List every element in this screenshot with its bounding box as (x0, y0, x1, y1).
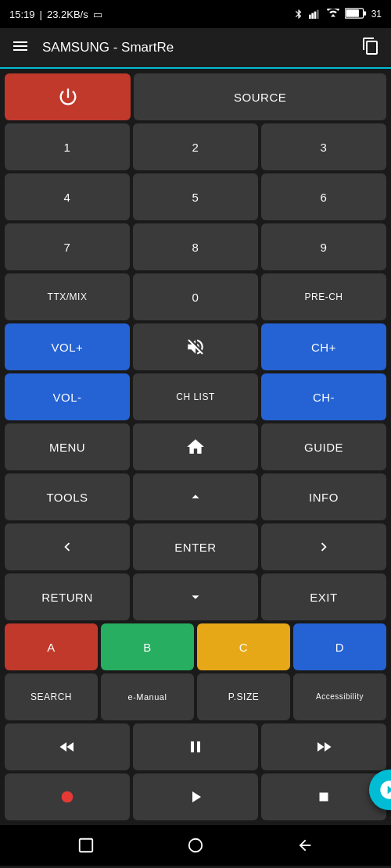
svg-rect-5 (346, 9, 359, 17)
info-button[interactable]: INFO (261, 473, 386, 520)
source-button[interactable]: SOURCE (134, 73, 386, 120)
time: 15:19 (9, 9, 35, 20)
chminus-button[interactable]: CH- (261, 373, 386, 420)
stop-button[interactable] (261, 773, 386, 820)
row-vol-chlist-ch: VOL- CH LIST CH- (5, 373, 386, 420)
row-power-source: SOURCE (5, 73, 386, 120)
svg-point-9 (189, 839, 203, 852)
status-left: 15:19 | 23.2KB/s ▭ (9, 9, 102, 20)
psize-button[interactable]: P.SIZE (197, 673, 290, 720)
status-right: 31 (293, 8, 382, 21)
d-button[interactable]: D (293, 623, 386, 670)
row-ttx-0-prech: TTX/MIX 0 PRE-CH (5, 273, 386, 320)
pause-icon (186, 738, 205, 756)
num6-button[interactable]: 6 (261, 173, 386, 220)
network-speed: | (40, 9, 42, 20)
chplus-button[interactable]: CH+ (261, 323, 386, 370)
ttxmix-button[interactable]: TTX/MIX (5, 273, 130, 320)
row-record-play-stop (5, 773, 386, 820)
menu-icon[interactable] (11, 37, 30, 59)
svg-rect-3 (317, 10, 319, 19)
row-vol-mute-ch: VOL+ CH+ (5, 323, 386, 370)
fastforward-button[interactable] (261, 723, 386, 770)
emanual-button[interactable]: e-Manual (101, 673, 194, 720)
num3-button[interactable]: 3 (261, 123, 386, 170)
row-rew-pause-ff (5, 723, 386, 770)
down-button[interactable] (133, 573, 258, 620)
chlist-button[interactable]: CH LIST (133, 373, 258, 420)
mute-button[interactable] (133, 323, 258, 370)
record-icon (59, 788, 76, 805)
num5-button[interactable]: 5 (133, 173, 258, 220)
app-bar: SAMSUNG - SmartRe (0, 28, 391, 69)
svg-rect-1 (311, 13, 314, 19)
row-tools-up-info: TOOLS INFO (5, 473, 386, 520)
fab-button[interactable] (369, 770, 391, 810)
home-icon (185, 437, 206, 457)
svg-rect-2 (314, 12, 316, 19)
wifi-icon (326, 9, 340, 20)
play-button[interactable] (133, 773, 258, 820)
volplus-button[interactable]: VOL+ (5, 323, 130, 370)
volminus-button[interactable]: VOL- (5, 373, 130, 420)
right-icon (315, 538, 332, 555)
guide-button[interactable]: GUIDE (261, 423, 386, 470)
return-button[interactable]: RETURN (5, 573, 130, 620)
right-button[interactable] (261, 523, 386, 570)
remote-wrapper: SOURCE 1 2 3 4 5 6 7 8 9 TTX/MIX 0 PRE-C… (0, 69, 391, 825)
signal-icon (309, 9, 321, 20)
svg-rect-6 (363, 11, 366, 15)
tools-button[interactable]: TOOLS (5, 473, 130, 520)
menu-button[interactable]: MENU (5, 423, 130, 470)
row-456: 4 5 6 (5, 173, 386, 220)
nav-bar (0, 825, 391, 866)
row-return-down-exit: RETURN EXIT (5, 573, 386, 620)
play-icon (186, 788, 205, 806)
c-button[interactable]: C (197, 623, 290, 670)
copy-icon[interactable] (361, 37, 380, 59)
num4-button[interactable]: 4 (5, 173, 130, 220)
num9-button[interactable]: 9 (261, 223, 386, 270)
left-button[interactable] (5, 523, 130, 570)
accessibility-button[interactable]: Accessibility (293, 673, 386, 720)
screen-icon: ▭ (93, 9, 102, 20)
down-icon (187, 588, 204, 605)
up-button[interactable] (133, 473, 258, 520)
num7-button[interactable]: 7 (5, 223, 130, 270)
home-nav-button[interactable] (181, 831, 210, 859)
svg-point-7 (62, 791, 74, 803)
up-icon (187, 488, 204, 505)
left-icon (59, 538, 76, 555)
battery-level: 31 (371, 9, 382, 20)
rewind-button[interactable] (5, 723, 130, 770)
row-abcd: A B C D (5, 623, 386, 670)
rewind-icon (58, 738, 77, 756)
a-button[interactable]: A (5, 623, 98, 670)
svg-rect-0 (309, 15, 311, 19)
row-789: 7 8 9 (5, 223, 386, 270)
bluetooth-icon (293, 9, 304, 20)
search-button[interactable]: SEARCH (5, 673, 98, 720)
b-button[interactable]: B (101, 623, 194, 670)
num1-button[interactable]: 1 (5, 123, 130, 170)
num2-button[interactable]: 2 (133, 123, 258, 170)
fastforward-icon (314, 738, 333, 756)
network-speed-value: 23.2KB/s (47, 9, 88, 20)
num0-button[interactable]: 0 (133, 273, 258, 320)
enter-button[interactable]: ENTER (133, 523, 258, 570)
exit-button[interactable]: EXIT (261, 573, 386, 620)
row-menu-home-guide: MENU GUIDE (5, 423, 386, 470)
num8-button[interactable]: 8 (133, 223, 258, 270)
mute-icon (185, 337, 206, 357)
pause-button[interactable] (133, 723, 258, 770)
stop-icon (315, 788, 332, 805)
home-button[interactable] (133, 423, 258, 470)
prech-button[interactable]: PRE-CH (261, 273, 386, 320)
remote-content: SOURCE 1 2 3 4 5 6 7 8 9 TTX/MIX 0 PRE-C… (0, 69, 391, 825)
svg-rect-8 (80, 839, 93, 852)
record-button[interactable] (5, 773, 130, 820)
power-button[interactable] (5, 73, 131, 120)
status-bar: 15:19 | 23.2KB/s ▭ 31 (0, 0, 391, 28)
back-nav-button[interactable] (291, 831, 319, 859)
square-nav-button[interactable] (72, 831, 100, 859)
